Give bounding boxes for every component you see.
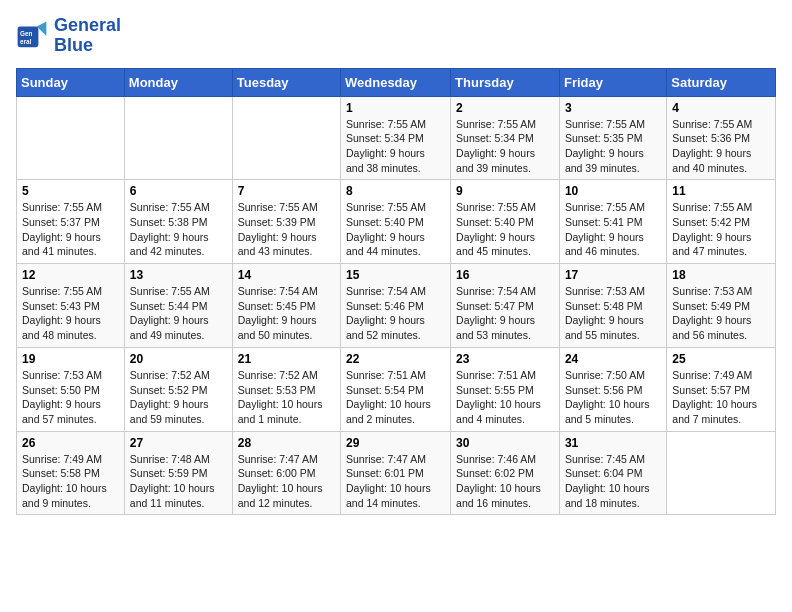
day-info: Sunrise: 7:53 AMSunset: 5:50 PMDaylight:…	[22, 368, 119, 427]
calendar-table: SundayMondayTuesdayWednesdayThursdayFrid…	[16, 68, 776, 516]
calendar-cell: 11Sunrise: 7:55 AMSunset: 5:42 PMDayligh…	[667, 180, 776, 264]
day-info: Sunrise: 7:49 AMSunset: 5:58 PMDaylight:…	[22, 452, 119, 511]
calendar-cell: 29Sunrise: 7:47 AMSunset: 6:01 PMDayligh…	[341, 431, 451, 515]
day-number: 26	[22, 436, 119, 450]
calendar-cell	[17, 96, 125, 180]
calendar-cell: 20Sunrise: 7:52 AMSunset: 5:52 PMDayligh…	[124, 347, 232, 431]
day-number: 30	[456, 436, 554, 450]
day-number: 14	[238, 268, 335, 282]
day-info: Sunrise: 7:55 AMSunset: 5:37 PMDaylight:…	[22, 200, 119, 259]
logo-text: General Blue	[54, 16, 121, 56]
calendar-body: 1Sunrise: 7:55 AMSunset: 5:34 PMDaylight…	[17, 96, 776, 515]
day-info: Sunrise: 7:51 AMSunset: 5:55 PMDaylight:…	[456, 368, 554, 427]
calendar-cell	[667, 431, 776, 515]
day-info: Sunrise: 7:54 AMSunset: 5:46 PMDaylight:…	[346, 284, 445, 343]
calendar-cell: 24Sunrise: 7:50 AMSunset: 5:56 PMDayligh…	[559, 347, 666, 431]
day-info: Sunrise: 7:51 AMSunset: 5:54 PMDaylight:…	[346, 368, 445, 427]
day-info: Sunrise: 7:46 AMSunset: 6:02 PMDaylight:…	[456, 452, 554, 511]
calendar-cell: 5Sunrise: 7:55 AMSunset: 5:37 PMDaylight…	[17, 180, 125, 264]
day-number: 31	[565, 436, 661, 450]
calendar-week-row: 5Sunrise: 7:55 AMSunset: 5:37 PMDaylight…	[17, 180, 776, 264]
calendar-header-cell: Sunday	[17, 68, 125, 96]
calendar-cell: 15Sunrise: 7:54 AMSunset: 5:46 PMDayligh…	[341, 264, 451, 348]
day-number: 19	[22, 352, 119, 366]
day-number: 2	[456, 101, 554, 115]
day-number: 12	[22, 268, 119, 282]
day-info: Sunrise: 7:49 AMSunset: 5:57 PMDaylight:…	[672, 368, 770, 427]
day-number: 4	[672, 101, 770, 115]
day-number: 17	[565, 268, 661, 282]
day-info: Sunrise: 7:55 AMSunset: 5:41 PMDaylight:…	[565, 200, 661, 259]
day-number: 13	[130, 268, 227, 282]
day-number: 29	[346, 436, 445, 450]
calendar-cell: 14Sunrise: 7:54 AMSunset: 5:45 PMDayligh…	[232, 264, 340, 348]
day-number: 24	[565, 352, 661, 366]
calendar-cell: 8Sunrise: 7:55 AMSunset: 5:40 PMDaylight…	[341, 180, 451, 264]
calendar-cell: 13Sunrise: 7:55 AMSunset: 5:44 PMDayligh…	[124, 264, 232, 348]
calendar-cell: 25Sunrise: 7:49 AMSunset: 5:57 PMDayligh…	[667, 347, 776, 431]
day-number: 10	[565, 184, 661, 198]
day-info: Sunrise: 7:55 AMSunset: 5:39 PMDaylight:…	[238, 200, 335, 259]
calendar-cell: 21Sunrise: 7:52 AMSunset: 5:53 PMDayligh…	[232, 347, 340, 431]
day-info: Sunrise: 7:47 AMSunset: 6:01 PMDaylight:…	[346, 452, 445, 511]
day-info: Sunrise: 7:50 AMSunset: 5:56 PMDaylight:…	[565, 368, 661, 427]
day-number: 22	[346, 352, 445, 366]
calendar-week-row: 26Sunrise: 7:49 AMSunset: 5:58 PMDayligh…	[17, 431, 776, 515]
day-info: Sunrise: 7:54 AMSunset: 5:47 PMDaylight:…	[456, 284, 554, 343]
day-number: 5	[22, 184, 119, 198]
day-number: 9	[456, 184, 554, 198]
calendar-cell	[124, 96, 232, 180]
calendar-week-row: 19Sunrise: 7:53 AMSunset: 5:50 PMDayligh…	[17, 347, 776, 431]
day-number: 11	[672, 184, 770, 198]
calendar-cell	[232, 96, 340, 180]
day-info: Sunrise: 7:48 AMSunset: 5:59 PMDaylight:…	[130, 452, 227, 511]
calendar-cell: 4Sunrise: 7:55 AMSunset: 5:36 PMDaylight…	[667, 96, 776, 180]
svg-text:Gen: Gen	[20, 30, 33, 37]
calendar-cell: 30Sunrise: 7:46 AMSunset: 6:02 PMDayligh…	[451, 431, 560, 515]
calendar-cell: 22Sunrise: 7:51 AMSunset: 5:54 PMDayligh…	[341, 347, 451, 431]
calendar-cell: 28Sunrise: 7:47 AMSunset: 6:00 PMDayligh…	[232, 431, 340, 515]
day-info: Sunrise: 7:52 AMSunset: 5:53 PMDaylight:…	[238, 368, 335, 427]
day-info: Sunrise: 7:54 AMSunset: 5:45 PMDaylight:…	[238, 284, 335, 343]
calendar-cell: 27Sunrise: 7:48 AMSunset: 5:59 PMDayligh…	[124, 431, 232, 515]
calendar-week-row: 12Sunrise: 7:55 AMSunset: 5:43 PMDayligh…	[17, 264, 776, 348]
day-info: Sunrise: 7:55 AMSunset: 5:34 PMDaylight:…	[346, 117, 445, 176]
day-number: 27	[130, 436, 227, 450]
day-number: 18	[672, 268, 770, 282]
calendar-cell: 9Sunrise: 7:55 AMSunset: 5:40 PMDaylight…	[451, 180, 560, 264]
day-number: 6	[130, 184, 227, 198]
calendar-cell: 17Sunrise: 7:53 AMSunset: 5:48 PMDayligh…	[559, 264, 666, 348]
day-number: 1	[346, 101, 445, 115]
day-number: 25	[672, 352, 770, 366]
calendar-cell: 10Sunrise: 7:55 AMSunset: 5:41 PMDayligh…	[559, 180, 666, 264]
day-info: Sunrise: 7:55 AMSunset: 5:38 PMDaylight:…	[130, 200, 227, 259]
day-number: 21	[238, 352, 335, 366]
day-info: Sunrise: 7:55 AMSunset: 5:34 PMDaylight:…	[456, 117, 554, 176]
day-info: Sunrise: 7:55 AMSunset: 5:44 PMDaylight:…	[130, 284, 227, 343]
calendar-header-cell: Saturday	[667, 68, 776, 96]
calendar-cell: 18Sunrise: 7:53 AMSunset: 5:49 PMDayligh…	[667, 264, 776, 348]
day-number: 16	[456, 268, 554, 282]
day-info: Sunrise: 7:45 AMSunset: 6:04 PMDaylight:…	[565, 452, 661, 511]
calendar-cell: 6Sunrise: 7:55 AMSunset: 5:38 PMDaylight…	[124, 180, 232, 264]
calendar-cell: 19Sunrise: 7:53 AMSunset: 5:50 PMDayligh…	[17, 347, 125, 431]
day-info: Sunrise: 7:55 AMSunset: 5:36 PMDaylight:…	[672, 117, 770, 176]
day-info: Sunrise: 7:55 AMSunset: 5:40 PMDaylight:…	[456, 200, 554, 259]
day-info: Sunrise: 7:55 AMSunset: 5:40 PMDaylight:…	[346, 200, 445, 259]
calendar-header-cell: Friday	[559, 68, 666, 96]
day-number: 3	[565, 101, 661, 115]
day-info: Sunrise: 7:52 AMSunset: 5:52 PMDaylight:…	[130, 368, 227, 427]
day-number: 28	[238, 436, 335, 450]
day-number: 8	[346, 184, 445, 198]
svg-text:eral: eral	[20, 38, 32, 45]
calendar-cell: 7Sunrise: 7:55 AMSunset: 5:39 PMDaylight…	[232, 180, 340, 264]
calendar-cell: 23Sunrise: 7:51 AMSunset: 5:55 PMDayligh…	[451, 347, 560, 431]
day-info: Sunrise: 7:55 AMSunset: 5:42 PMDaylight:…	[672, 200, 770, 259]
day-number: 23	[456, 352, 554, 366]
day-info: Sunrise: 7:53 AMSunset: 5:49 PMDaylight:…	[672, 284, 770, 343]
calendar-week-row: 1Sunrise: 7:55 AMSunset: 5:34 PMDaylight…	[17, 96, 776, 180]
day-number: 15	[346, 268, 445, 282]
calendar-cell: 12Sunrise: 7:55 AMSunset: 5:43 PMDayligh…	[17, 264, 125, 348]
calendar-header-row: SundayMondayTuesdayWednesdayThursdayFrid…	[17, 68, 776, 96]
calendar-cell: 31Sunrise: 7:45 AMSunset: 6:04 PMDayligh…	[559, 431, 666, 515]
